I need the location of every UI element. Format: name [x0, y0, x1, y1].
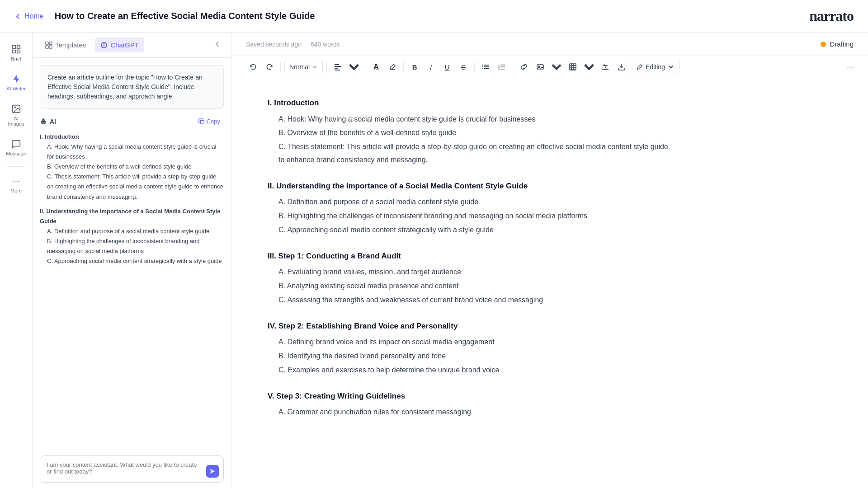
align-dropdown-button[interactable] [347, 60, 361, 74]
numbered-list-icon: 1.2.3. [498, 63, 505, 70]
editing-dropdown[interactable]: Editing [631, 60, 680, 74]
home-label: Home [24, 12, 44, 20]
doc-item-4b: B. Identifying the desired brand persona… [278, 350, 675, 363]
word-count: 640 words [311, 41, 340, 48]
chat-send-button[interactable] [206, 465, 219, 478]
editing-dropdown-icon [668, 64, 674, 70]
templates-icon [45, 42, 52, 49]
svg-text:3.: 3. [498, 67, 500, 70]
brief-label: Brief [11, 56, 21, 61]
editor-content[interactable]: I. Introduction A. Hook: Why having a so… [231, 78, 868, 488]
svg-rect-30 [500, 67, 505, 68]
style-dropdown-icon [311, 64, 318, 70]
outline-item-2: B. Overview of the benefits of a well-de… [47, 162, 224, 172]
sidebar-item-brief[interactable]: Brief [2, 40, 31, 66]
table-button[interactable] [566, 60, 580, 74]
tab-templates-label: Templates [55, 41, 86, 49]
strikethrough-button[interactable]: S [456, 60, 471, 74]
grid-icon [11, 44, 21, 54]
tab-templates[interactable]: Templates [40, 38, 91, 52]
toolbar-divider-6 [513, 62, 513, 71]
export-button[interactable] [614, 60, 629, 74]
panel-collapse-btn[interactable] [210, 38, 224, 53]
doc-item-1c: C. Thesis statement: This article will p… [278, 141, 675, 167]
table-dropdown-icon [582, 60, 596, 74]
doc-item-2a: A. Definition and purpose of a social me… [278, 196, 675, 209]
chatgpt-prompt: Create an article outline for the topic … [40, 65, 224, 109]
redo-button[interactable] [262, 60, 277, 74]
bullet-list-icon [482, 63, 489, 70]
editor-topbar: Saved seconds ago 640 words Drafting [231, 33, 868, 56]
svg-rect-3 [17, 50, 19, 53]
message-label: Message [6, 151, 26, 156]
chatgpt-icon [100, 42, 108, 49]
chat-input[interactable] [40, 456, 223, 480]
tab-chatgpt[interactable]: ChatGPT [95, 38, 144, 52]
section-title-3: III. Step 1: Conducting a Brand Audit [268, 249, 675, 263]
redo-icon [266, 63, 273, 70]
style-label: Normal [289, 63, 310, 70]
doc-section-2: II. Understanding the Importance of a So… [268, 179, 675, 237]
underline-button[interactable]: U [440, 60, 454, 74]
style-select[interactable]: Normal [284, 60, 323, 74]
doc-item-3c: C. Assessing the strengths and weaknesse… [278, 294, 675, 307]
svg-line-41 [604, 64, 607, 70]
doc-item-1a: A. Hook: Why having a social media conte… [278, 113, 675, 126]
doc-title: How to Create an Effective Social Media … [55, 11, 315, 21]
toolbar-divider-2 [326, 62, 327, 71]
undo-button[interactable] [246, 60, 260, 74]
doc-item-3a: A. Evaluating brand values, mission, and… [278, 266, 675, 279]
align-left-button[interactable] [330, 60, 345, 74]
numbered-list-button[interactable]: 1.2.3. [495, 60, 509, 74]
strikethrough-icon: S [461, 63, 466, 71]
outline-item-0: I. Introduction [40, 132, 224, 142]
home-link[interactable]: Home [14, 12, 44, 20]
bold-button[interactable]: B [407, 60, 422, 74]
svg-point-23 [482, 66, 483, 67]
italic-button[interactable]: I [424, 60, 438, 74]
sidebar-item-more[interactable]: ··· More [2, 172, 31, 198]
sidebar-item-ai-writer[interactable]: AI Writer [2, 70, 31, 96]
outline-item-4: II. Understanding the Importance of a So… [40, 206, 224, 226]
outline-item-3: C. Thesis statement: This article will p… [47, 172, 224, 202]
bullet-list-button[interactable] [478, 60, 493, 74]
sidebar-icons: Brief AI Writer AI Images Message ··· Mo… [0, 33, 33, 488]
link-button[interactable] [517, 60, 531, 74]
doc-item-4a: A. Defining brand voice and its impact o… [278, 336, 675, 349]
image-insert-icon [537, 63, 544, 70]
chat-input-wrap [40, 455, 224, 483]
table-dropdown-button[interactable] [582, 60, 596, 74]
image-dropdown-button[interactable] [549, 60, 564, 74]
more-label: More [10, 188, 22, 193]
svg-rect-28 [500, 65, 505, 66]
saved-text: Saved seconds ago [246, 41, 302, 48]
copy-button[interactable]: Copy [195, 116, 224, 127]
image-insert-button[interactable] [533, 60, 547, 74]
svg-rect-17 [335, 66, 341, 67]
doc-item-2b: B. Highlighting the challenges of incons… [278, 210, 675, 223]
doc-section-4: IV. Step 2: Establishing Brand Voice and… [268, 319, 675, 377]
ai-images-label: AI Images [5, 116, 27, 127]
svg-rect-19 [335, 70, 340, 70]
svg-point-25 [482, 68, 483, 69]
format-clear-icon [602, 63, 609, 70]
doc-item-5a: A. Grammar and punctuation rules for con… [278, 406, 675, 419]
tab-chatgpt-label: ChatGPT [110, 41, 139, 49]
drafting-badge: Drafting [821, 40, 854, 48]
toolbar-more-button[interactable]: ··· [847, 62, 854, 72]
lightning-icon [11, 74, 21, 84]
editor-meta: Saved seconds ago 640 words [246, 41, 340, 48]
toolbar-divider-5 [474, 62, 475, 71]
highlight-button[interactable] [385, 60, 400, 74]
sidebar-item-ai-images[interactable]: AI Images [2, 99, 31, 131]
top-bar: Home How to Create an Effective Social M… [0, 0, 868, 33]
text-color-button[interactable]: A [369, 60, 383, 74]
sidebar-item-message[interactable]: Message [2, 135, 31, 161]
svg-rect-12 [42, 118, 45, 120]
editor-area: Saved seconds ago 640 words Drafting Nor… [231, 33, 868, 488]
outline-item-6: B. Highlighting the challenges of incons… [47, 236, 224, 256]
ai-section: AI Copy I. Introduction A. Hook: Why hav… [33, 116, 231, 450]
svg-rect-7 [46, 42, 48, 45]
section-title-5: V. Step 3: Creating Writing Guidelines [268, 389, 675, 404]
format-clear-button[interactable] [598, 60, 613, 74]
